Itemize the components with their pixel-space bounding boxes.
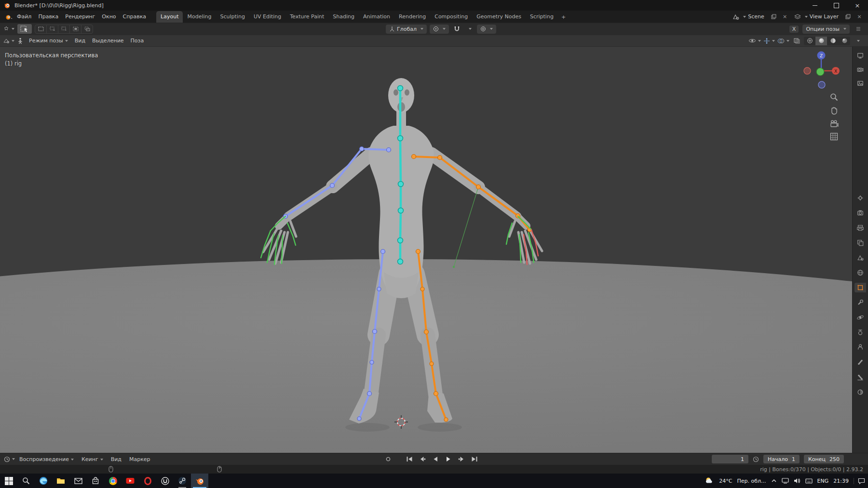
select-mode-extend-icon[interactable]: [47, 25, 58, 33]
editor-type-dropdown[interactable]: [3, 37, 14, 45]
snap-settings-dropdown[interactable]: [464, 25, 474, 33]
timeline-editor-dropdown[interactable]: [4, 455, 15, 463]
tab-scripting[interactable]: Scripting: [526, 11, 558, 23]
taskbar-search-icon[interactable]: [17, 474, 35, 488]
menu-edit[interactable]: Правка: [35, 12, 62, 21]
tab-rendering[interactable]: Rendering: [394, 11, 430, 23]
maximize-button[interactable]: [826, 0, 847, 11]
props-tab-modifiers-icon[interactable]: [854, 298, 866, 307]
props-tab-material-icon[interactable]: [854, 387, 866, 397]
snap-magnet-icon[interactable]: [452, 25, 461, 33]
vp-menu-view[interactable]: Вид: [72, 37, 88, 45]
props-tab-object-constraints-icon[interactable]: [854, 328, 866, 337]
tray-volume-icon[interactable]: [794, 478, 800, 484]
shading-material-icon[interactable]: [827, 37, 839, 45]
jump-to-end-button[interactable]: [470, 455, 479, 463]
new-view-layer-icon[interactable]: [843, 13, 853, 21]
delete-scene-icon[interactable]: ×: [780, 13, 790, 21]
start-button[interactable]: [0, 474, 17, 488]
timeline-menu-marker[interactable]: Маркер: [126, 455, 154, 464]
tab-compositing[interactable]: Compositing: [430, 11, 472, 23]
pivot-point-dropdown[interactable]: [430, 25, 449, 34]
props-tab-view-layer-icon[interactable]: [854, 238, 866, 248]
frame-start-field[interactable]: Начало 1: [763, 455, 800, 463]
play-button[interactable]: [444, 455, 453, 463]
menu-window[interactable]: Окно: [98, 12, 119, 21]
props-tab-bone-icon[interactable]: [854, 357, 866, 367]
taskbar-opera-icon[interactable]: [139, 474, 156, 488]
close-button[interactable]: ×: [847, 0, 868, 11]
notification-center-icon[interactable]: [854, 478, 865, 484]
proportional-edit-dropdown[interactable]: [477, 25, 496, 34]
minimize-button[interactable]: [804, 0, 826, 11]
current-frame-field[interactable]: 1: [712, 455, 748, 463]
zoom-icon[interactable]: [830, 93, 839, 101]
auto-keying-toggle[interactable]: [383, 455, 393, 463]
jump-to-next-keyframe-button[interactable]: [457, 455, 466, 463]
jump-to-prev-keyframe-button[interactable]: [418, 455, 427, 463]
view-layer-selector[interactable]: View Layer: [792, 13, 841, 21]
pose-options-dropdown[interactable]: Опции позы: [802, 25, 850, 34]
timeline-menu-keying[interactable]: Кеинг: [78, 455, 107, 464]
vp-menu-select[interactable]: Выделение: [89, 37, 127, 45]
tray-network-icon[interactable]: [782, 478, 789, 484]
mode-dropdown[interactable]: Режим позы: [26, 37, 71, 45]
taskbar-ubisoft-icon[interactable]: [156, 474, 174, 488]
tab-sculpting[interactable]: Sculpting: [216, 11, 249, 23]
props-tab-tool-icon[interactable]: [854, 193, 866, 203]
frame-end-field[interactable]: Конец 250: [804, 455, 844, 463]
clock-label[interactable]: 21:39: [833, 478, 849, 484]
navigation-gizmo[interactable]: Z X: [801, 49, 841, 89]
select-mode-subtract-icon[interactable]: [58, 25, 70, 33]
taskbar-store-icon[interactable]: [87, 474, 104, 488]
select-mode-intersect-icon[interactable]: [81, 25, 93, 33]
tab-shading[interactable]: Shading: [328, 11, 359, 23]
vp-menu-pose[interactable]: Поза: [128, 37, 147, 45]
select-mode-invert-icon[interactable]: [70, 25, 81, 33]
play-reverse-button[interactable]: [431, 455, 440, 463]
add-workspace-button[interactable]: +: [558, 12, 569, 23]
temperature-label[interactable]: 24°C: [719, 478, 732, 484]
viewport-3d[interactable]: Пользовательская перспектива (1) rig Z X: [0, 47, 852, 455]
scene-selector[interactable]: Scene: [730, 13, 767, 21]
overlays-toggle-icon[interactable]: [777, 37, 789, 45]
props-tab-object-icon[interactable]: [854, 283, 866, 292]
tab-geometry-nodes[interactable]: Geometry Nodes: [472, 11, 526, 23]
rail-image-icon[interactable]: [854, 79, 866, 88]
menu-file[interactable]: Файл: [14, 12, 35, 21]
active-tool-button[interactable]: [17, 24, 32, 34]
props-tab-world-icon[interactable]: [854, 268, 866, 277]
toggle-ortho-grid-icon[interactable]: [830, 132, 839, 141]
props-tab-render-icon[interactable]: [854, 208, 866, 218]
tab-texture-paint[interactable]: Texture Paint: [285, 11, 328, 23]
camera-view-icon[interactable]: [830, 120, 839, 127]
props-tab-scene-icon[interactable]: [854, 253, 866, 263]
blender-menu-icon[interactable]: [4, 13, 14, 21]
shading-solid-icon[interactable]: [815, 37, 827, 45]
props-tab-bone-constraints-icon[interactable]: [854, 372, 866, 382]
editor-corner-icon[interactable]: [854, 25, 863, 33]
language-indicator[interactable]: ENG: [817, 478, 829, 484]
rail-screen-icon[interactable]: [854, 51, 866, 60]
taskbar-chrome-icon[interactable]: [104, 474, 122, 488]
tab-animation[interactable]: Animation: [359, 11, 394, 23]
taskbar-steam-icon[interactable]: [174, 474, 191, 488]
menu-render[interactable]: Рендеринг: [62, 12, 98, 21]
jump-to-start-button[interactable]: [405, 455, 414, 463]
taskbar-explorer-icon[interactable]: [52, 474, 69, 488]
tab-modeling[interactable]: Modeling: [183, 11, 216, 23]
gizmos-toggle-icon[interactable]: [763, 37, 775, 45]
tool-settings-dropdown-icon[interactable]: [3, 25, 14, 33]
tab-uv-editing[interactable]: UV Editing: [249, 11, 285, 23]
select-mode-new-icon[interactable]: [35, 25, 47, 33]
tray-chevron-up-icon[interactable]: [771, 479, 777, 483]
props-tab-object-data-icon[interactable]: [854, 343, 866, 352]
taskbar-youtube-icon[interactable]: [122, 474, 139, 488]
tab-layout[interactable]: Layout: [156, 11, 183, 23]
shading-wireframe-icon[interactable]: [804, 37, 815, 45]
taskbar-blender-icon[interactable]: [191, 474, 208, 488]
move-view-hand-icon[interactable]: [830, 106, 839, 115]
taskbar-edge-icon[interactable]: [35, 474, 52, 488]
timeline-menu-playback[interactable]: Воспроизведение: [16, 455, 77, 464]
shading-rendered-icon[interactable]: [839, 37, 850, 45]
